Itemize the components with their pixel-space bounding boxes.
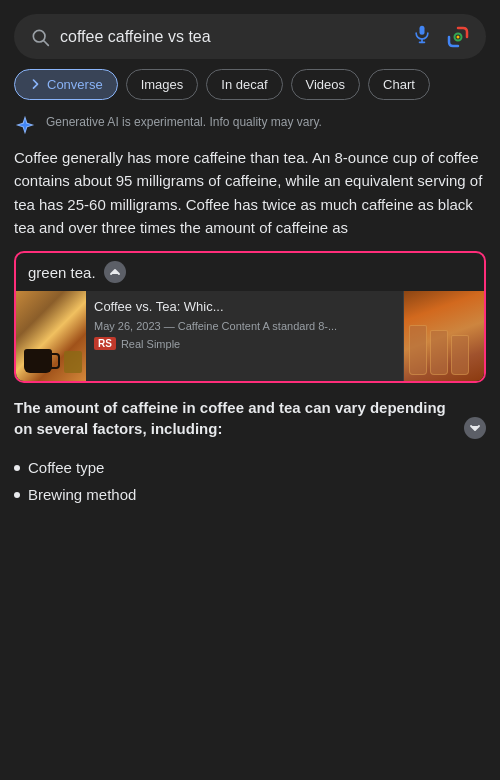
collapse-button[interactable] <box>464 417 486 439</box>
bullet-dot-2 <box>14 492 20 498</box>
ai-content-text: Coffee generally has more caffeine than … <box>14 146 486 239</box>
tab-images-label: Images <box>141 77 184 92</box>
ai-notice: Generative AI is experimental. Info qual… <box>14 114 486 136</box>
tab-in-decaf-label: In decaf <box>221 77 267 92</box>
heading-row: The amount of caffeine in coffee and tea… <box>14 397 486 443</box>
bullet-list: Coffee type Brewing method <box>14 455 486 508</box>
expand-button[interactable] <box>104 261 126 283</box>
ai-diamond-icon <box>14 114 36 136</box>
source-card-2[interactable] <box>404 291 484 381</box>
tea-jar-2 <box>430 330 448 375</box>
tea-jar-3 <box>451 335 469 375</box>
list-item-2-label: Brewing method <box>28 484 136 507</box>
svg-point-6 <box>457 35 460 38</box>
list-item-2: Brewing method <box>14 482 486 509</box>
svg-line-1 <box>44 40 49 45</box>
ai-text-part1: Coffee generally has more caffeine than … <box>14 149 482 236</box>
search-icon <box>30 27 50 47</box>
section-heading: The amount of caffeine in coffee and tea… <box>14 397 456 439</box>
ai-notice-text: Generative AI is experimental. Info qual… <box>46 114 322 131</box>
source-name: Real Simple <box>121 338 180 350</box>
search-query-text[interactable]: coffee caffeine vs tea <box>60 28 402 46</box>
search-bar: coffee caffeine vs tea <box>14 14 486 59</box>
converse-arrow-icon <box>29 78 42 91</box>
list-item-1: Coffee type <box>14 455 486 482</box>
chevron-up-icon <box>109 266 121 278</box>
coffee-cup-shape <box>24 349 52 373</box>
bullet-dot-1 <box>14 465 20 471</box>
source-card-1-date: May 26, 2023 — Caffeine Content A standa… <box>94 319 395 333</box>
svg-rect-2 <box>420 26 425 35</box>
source-card-1[interactable]: Coffee vs. Tea: Whic... May 26, 2023 — C… <box>16 291 404 381</box>
tab-chart-label: Chart <box>383 77 415 92</box>
source-card-2-thumbnail <box>404 291 484 381</box>
search-right-icons <box>412 24 470 49</box>
green-tea-text: green tea. <box>28 264 96 281</box>
source-badge: RS <box>94 337 116 350</box>
tab-converse-label: Converse <box>47 77 103 92</box>
tea-jar-1 <box>409 325 427 375</box>
source-card-1-info: Coffee vs. Tea: Whic... May 26, 2023 — C… <box>86 291 403 381</box>
tab-videos[interactable]: Videos <box>291 69 361 100</box>
ai-section: Generative AI is experimental. Info qual… <box>0 114 500 239</box>
tab-videos-label: Videos <box>306 77 346 92</box>
below-section: The amount of caffeine in coffee and tea… <box>0 383 500 508</box>
highlight-box: green tea. Coffee vs. Tea: Whic... May 2… <box>14 251 486 383</box>
source-card-1-thumbnail <box>16 291 86 381</box>
highlight-text-row: green tea. <box>16 253 484 291</box>
tab-chart[interactable]: Chart <box>368 69 430 100</box>
chevron-down-icon <box>469 422 481 434</box>
filter-tabs: Converse Images In decaf Videos Chart <box>0 69 500 100</box>
source-cards: Coffee vs. Tea: Whic... May 26, 2023 — C… <box>16 291 484 381</box>
tab-images[interactable]: Images <box>126 69 199 100</box>
microphone-icon[interactable] <box>412 24 432 49</box>
tab-in-decaf[interactable]: In decaf <box>206 69 282 100</box>
list-item-1-label: Coffee type <box>28 457 104 480</box>
tea-bag-shape <box>64 351 82 373</box>
source-card-1-source: RS Real Simple <box>94 337 395 350</box>
source-card-1-title: Coffee vs. Tea: Whic... <box>94 299 395 316</box>
tab-converse[interactable]: Converse <box>14 69 118 100</box>
google-lens-icon[interactable] <box>446 25 470 49</box>
